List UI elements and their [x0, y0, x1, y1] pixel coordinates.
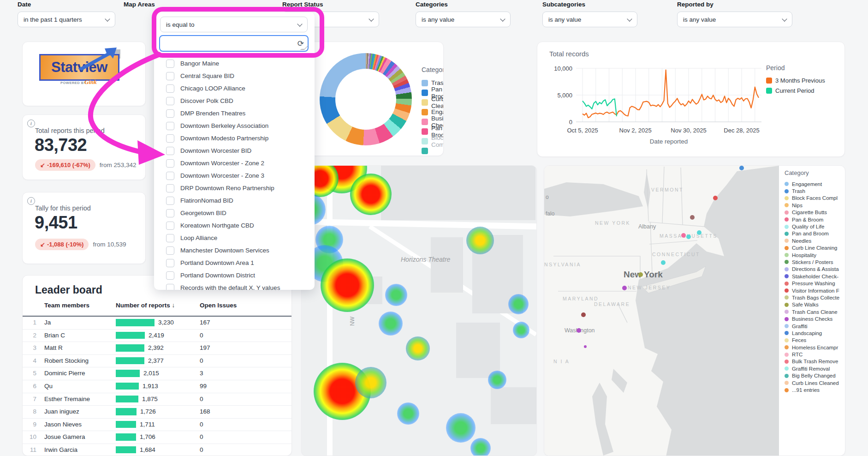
map-legend-item[interactable]: Engagement	[785, 180, 839, 187]
map-area-option[interactable]: Portland Downtown Area 1	[154, 257, 315, 269]
legend-dot-icon	[785, 388, 789, 392]
checkbox-icon[interactable]	[166, 84, 174, 93]
map-building	[456, 323, 500, 378]
checkbox-icon[interactable]	[166, 234, 174, 242]
checkbox-icon[interactable]	[166, 97, 174, 105]
row-rank: 2	[27, 332, 36, 339]
map-legend-item[interactable]: Nips	[785, 202, 839, 209]
dashboard: Date in the past 1 quarters Map Areas Re…	[0, 0, 868, 456]
map-legend-item[interactable]: Cigarette Butts	[785, 209, 839, 216]
map-legend-item[interactable]: Quality of Life	[785, 223, 839, 230]
map-area-option[interactable]: Downtown Berkeley Association	[154, 120, 315, 132]
donut-hole	[335, 69, 396, 130]
map-area-option[interactable]: Portland Downtown District	[154, 269, 315, 282]
map-legend-item[interactable]: Block Faces Compl	[785, 195, 839, 202]
checkbox-icon[interactable]	[166, 134, 174, 143]
map-area-option[interactable]: FlatironNomad BID	[154, 194, 315, 207]
map-legend-item[interactable]: Curb Lines Cleaned	[785, 379, 839, 386]
map-area-option[interactable]: Downtown Worcester - Zone 2	[154, 157, 315, 169]
checkbox-icon[interactable]	[166, 246, 174, 255]
scatter-map-card[interactable]: VERMONTNEW YORKMASSACHUSETTSCONNECTICUTN…	[544, 165, 845, 456]
map-legend-item[interactable]: Homeless Encampr	[785, 344, 839, 351]
map-legend-item[interactable]: Curb Line Cleaning	[785, 245, 839, 252]
refresh-icon[interactable]: ⟳	[297, 40, 304, 48]
map-legend-item[interactable]: Feces	[785, 337, 839, 344]
map-legend-item[interactable]: Bulk Trash Remove	[785, 358, 839, 365]
checkbox-icon[interactable]	[166, 147, 174, 155]
donut-legend-item[interactable]: Curb Line Cleaning	[422, 97, 444, 107]
column-number-of-reports[interactable]: Number of reports ↓	[116, 302, 175, 309]
map-area-option[interactable]: Bangor Maine	[154, 57, 315, 70]
map-areas-operator-select[interactable]: is equal to	[160, 17, 308, 32]
checkbox-icon[interactable]	[166, 209, 174, 217]
map-legend-item[interactable]: Directions & Assista	[785, 266, 839, 273]
period-legend-item[interactable]: 3 Months Previous	[766, 75, 825, 85]
city-label: o	[546, 194, 549, 200]
map-data-point	[577, 328, 581, 333]
donut-legend-item[interactable]: Block Faces Completed	[422, 136, 444, 146]
map-legend-item[interactable]: Big Belly Changed	[785, 372, 839, 379]
map-legend-item[interactable]: Trash	[785, 187, 839, 194]
map-legend-item[interactable]: RTC	[785, 351, 839, 358]
checkbox-icon[interactable]	[166, 271, 174, 280]
map-legend-item[interactable]: Stakeholder Check-	[785, 273, 839, 280]
checkbox-icon[interactable]	[166, 159, 174, 168]
categories-value: is any value	[422, 16, 454, 23]
map-legend-item[interactable]: Graffiti Removal	[785, 365, 839, 372]
map-area-option[interactable]: Records with the default X, Y values	[154, 282, 315, 290]
map-legend-item[interactable]: Needles	[785, 237, 839, 244]
heatmap-card[interactable]: Horizons Theatre NW	[301, 165, 537, 456]
map-area-option[interactable]: Koreatown Northgate CBD	[154, 219, 315, 232]
checkbox-icon[interactable]	[166, 60, 174, 68]
checkbox-icon[interactable]	[166, 222, 174, 230]
checkbox-icon[interactable]	[166, 284, 174, 290]
map-area-option[interactable]: Manchester Downtown Services	[154, 244, 315, 257]
subcategories-select[interactable]: is any value	[542, 12, 637, 27]
map-legend-item[interactable]: Stickers / Posters	[785, 258, 839, 265]
legend-dot-icon	[785, 203, 789, 207]
map-legend-item[interactable]: Landscaping	[785, 330, 839, 336]
map-legend-item[interactable]: Trash Bags Collecte	[785, 294, 839, 301]
map-area-option[interactable]: Downtown Modesto Partnership	[154, 132, 315, 144]
map-legend-item[interactable]: Visitor Information F	[785, 287, 839, 294]
checkbox-icon[interactable]	[166, 197, 174, 205]
map-legend-item[interactable]: Pressure Washing	[785, 280, 839, 287]
map-area-option[interactable]: DMP Brenden Theatres	[154, 107, 315, 120]
checkbox-icon[interactable]	[166, 172, 174, 180]
map-legend-item[interactable]: Hospitality	[785, 252, 839, 258]
date-filter-select[interactable]: in the past 1 quarters	[18, 12, 115, 27]
map-areas-search-input[interactable]: ⟳	[159, 35, 309, 52]
column-team-members: Team members	[44, 302, 89, 309]
map-legend-item[interactable]: Pan & Broom	[785, 216, 839, 223]
map-area-option[interactable]: Chicago LOOP Alliance	[154, 82, 315, 95]
map-area-option[interactable]: Discover Polk CBD	[154, 95, 315, 107]
map-area-option[interactable]: Downtown Worcester BID	[154, 144, 315, 157]
checkbox-icon[interactable]	[166, 259, 174, 267]
map-legend-item[interactable]: ...91 entries	[785, 386, 839, 393]
legend-label: Homeless Encampr	[792, 345, 838, 350]
checkbox-icon[interactable]	[166, 184, 174, 192]
categories-select[interactable]: is any value	[416, 12, 511, 27]
map-legend-item[interactable]: Graffiti	[785, 323, 839, 330]
legend-dot-icon	[785, 253, 789, 257]
period-legend-title: Period	[766, 64, 825, 72]
checkbox-icon[interactable]	[166, 122, 174, 130]
map-legend-item[interactable]: Pan and Broom	[785, 230, 839, 237]
map-area-option[interactable]: Central Square BID	[154, 70, 315, 82]
checkbox-icon[interactable]	[166, 109, 174, 118]
info-icon[interactable]: i	[27, 197, 35, 205]
map-area-option[interactable]: Downtown Worcester - Zone 3	[154, 169, 315, 182]
map-legend-item[interactable]: Safe Walks	[785, 301, 839, 308]
filter-date: Date in the past 1 quarters	[18, 1, 115, 27]
checkbox-icon[interactable]	[166, 72, 174, 80]
map-area-option[interactable]: DRP Downtown Reno Partnership	[154, 182, 315, 194]
info-icon[interactable]: i	[27, 120, 35, 127]
map-legend-item[interactable]: Business Checks	[785, 315, 839, 322]
map-legend-item[interactable]: Trash Cans Cleane	[785, 308, 839, 315]
reported-by-select[interactable]: is any value	[677, 12, 792, 27]
map-area-option[interactable]: Loop Alliance	[154, 232, 315, 244]
legend-label: Stickers / Posters	[792, 259, 833, 265]
report-count-value: 1,875	[142, 396, 158, 402]
period-legend-item[interactable]: Current Period	[766, 85, 825, 96]
map-area-option[interactable]: Georgetown BID	[154, 207, 315, 219]
